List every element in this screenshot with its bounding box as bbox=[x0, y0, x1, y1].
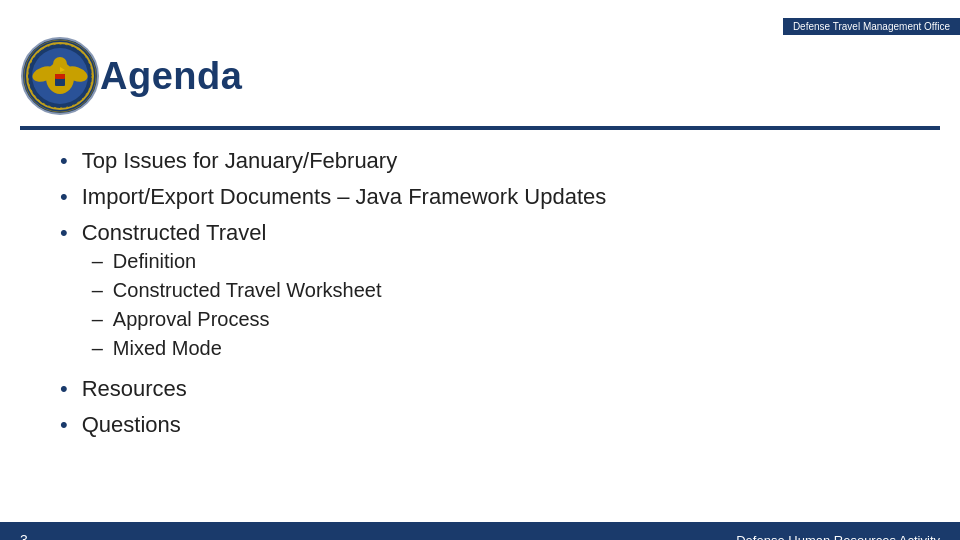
bottom-bar: 3 Defense Human Resources Activity bbox=[0, 522, 960, 540]
logo-seal bbox=[20, 36, 100, 116]
sub-list-2: DefinitionConstructed Travel WorksheetAp… bbox=[92, 250, 382, 360]
bullet-text-1: Import/Export Documents – Java Framework… bbox=[82, 184, 607, 210]
sub-item-2-1: Constructed Travel Worksheet bbox=[92, 279, 382, 302]
top-bar-text: Defense Travel Management Office bbox=[793, 21, 950, 32]
bullet-text-0: Top Issues for January/February bbox=[82, 148, 397, 174]
main-bullet-list: Top Issues for January/FebruaryImport/Ex… bbox=[60, 148, 900, 438]
footer-text: Defense Human Resources Activity bbox=[736, 533, 940, 541]
bullet-text-2: Constructed Travel bbox=[82, 220, 267, 245]
sub-item-2-0: Definition bbox=[92, 250, 382, 273]
page-number: 3 bbox=[20, 532, 28, 540]
sub-item-2-2: Approval Process bbox=[92, 308, 382, 331]
bullet-item-4: Questions bbox=[60, 412, 900, 438]
content-area: Top Issues for January/FebruaryImport/Ex… bbox=[0, 130, 960, 458]
svg-rect-9 bbox=[55, 74, 65, 79]
bullet-item-1: Import/Export Documents – Java Framework… bbox=[60, 184, 900, 210]
slide: Defense Travel Management Office bbox=[0, 18, 960, 540]
page-title: Agenda bbox=[100, 55, 242, 98]
bullet-item-2: Constructed TravelDefinitionConstructed … bbox=[60, 220, 900, 366]
bullet-item-3: Resources bbox=[60, 376, 900, 402]
bullet-item-0: Top Issues for January/February bbox=[60, 148, 900, 174]
top-bar: Defense Travel Management Office bbox=[783, 18, 960, 35]
bullet-text-3: Resources bbox=[82, 376, 187, 402]
bullet-text-4: Questions bbox=[82, 412, 181, 438]
sub-item-2-3: Mixed Mode bbox=[92, 337, 382, 360]
